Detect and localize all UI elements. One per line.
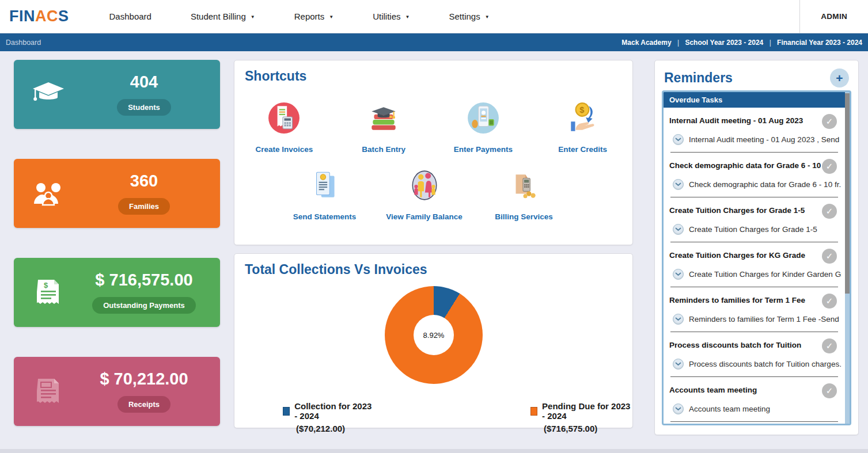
task-expand-chevron-icon[interactable] <box>673 179 684 190</box>
task-subtitle: Check demographic data for Grade 6 - 10 … <box>689 180 842 189</box>
overdue-tasks-box: Overdue Tasks Internal Audit meeting - 0… <box>662 90 851 425</box>
task-complete-check-icon[interactable]: ✓ <box>822 294 837 309</box>
shortcuts-panel: Shortcuts Create Invoices Batch Entry En… <box>234 60 633 245</box>
scrollbar-thumb[interactable] <box>845 93 850 294</box>
task-item: Internal Audit meeting - 14th Aug 2023 ✓ <box>664 422 845 424</box>
stat-card-receipts[interactable]: $ 70,212.00 Receipts <box>14 357 220 426</box>
stat-card-outstanding-payments[interactable]: $ $ 716,575.00 Outstanding Payments <box>14 258 220 327</box>
task-expand-chevron-icon[interactable] <box>673 224 684 235</box>
enter-payments-icon <box>467 101 500 137</box>
task-complete-check-icon[interactable]: ✓ <box>822 338 837 353</box>
task-subtitle: Accounts team meeting <box>689 405 770 413</box>
user-menu[interactable]: ADMIN <box>799 0 868 33</box>
graduation-cap-icon <box>14 81 83 108</box>
create-invoices-icon <box>267 101 301 137</box>
legend-swatch-collection <box>283 407 290 416</box>
nav-item-student-billing[interactable]: Student Billing▼ <box>191 12 255 21</box>
task-expand-chevron-icon[interactable] <box>673 359 684 370</box>
task-title: Accounts team meeting <box>669 383 757 394</box>
billing-services-icon <box>507 169 541 204</box>
svg-text:$: $ <box>44 281 48 290</box>
outstanding-badge[interactable]: Outstanding Payments <box>92 297 196 314</box>
batch-entry-icon <box>367 101 400 137</box>
financial-year: Financial Year 2023 - 2024 <box>777 39 862 47</box>
chart-legend: Collection for 2023 - 2024 ($70,212.00) … <box>234 401 632 433</box>
task-title: Create Tuition Charges for KG Grade <box>669 249 805 260</box>
add-reminder-button[interactable]: + <box>830 68 849 87</box>
task-item: Reminders to families for Term 1 Fee ✓ R… <box>664 287 845 332</box>
stat-card-families[interactable]: 360 Families <box>14 159 220 228</box>
shortcut-billing-services[interactable]: Billing Services <box>474 169 574 221</box>
students-badge[interactable]: Students <box>117 99 171 116</box>
legend-pending[interactable]: Pending Due for 2023 - 2024 ($716,575.00… <box>530 401 632 433</box>
legend-swatch-pending <box>530 407 537 416</box>
chevron-down-icon: ▼ <box>405 14 410 20</box>
legend-collection[interactable]: Collection for 2023 - 2024 ($70,212.00) <box>283 401 376 433</box>
task-expand-chevron-icon[interactable] <box>673 403 684 414</box>
nav-item-reports[interactable]: Reports▼ <box>294 12 333 21</box>
task-item: Process discounts batch for Tuition ✓ Pr… <box>664 332 845 377</box>
receipts-amount: $ 70,212.00 <box>100 370 188 389</box>
shortcut-create-invoices[interactable]: Create Invoices <box>234 101 334 154</box>
chevron-down-icon: ▼ <box>329 14 333 20</box>
shortcut-enter-payments[interactable]: Enter Payments <box>434 101 533 154</box>
shortcuts-title: Shortcuts <box>234 60 632 84</box>
task-expand-chevron-icon[interactable] <box>673 134 684 145</box>
task-subtitle: Internal Audit meeting - 01 Aug 2023 , S… <box>689 135 842 144</box>
task-item: Create Tuition Charges for Grade 1-5 ✓ C… <box>664 197 845 242</box>
task-complete-check-icon[interactable]: ✓ <box>822 159 837 174</box>
view-family-balance-icon <box>408 169 441 204</box>
task-item: Check demographic data for Grade 6 - 10 … <box>664 153 845 197</box>
svg-text:$: $ <box>579 105 584 115</box>
legend-amount-collection: ($70,212.00) <box>296 424 376 433</box>
task-subtitle: Reminders to families for Term 1 Fee -Se… <box>689 315 842 323</box>
students-count: 404 <box>130 73 158 92</box>
stat-card-students[interactable]: 404 Students <box>14 60 220 129</box>
task-complete-check-icon[interactable]: ✓ <box>822 249 837 264</box>
task-item: Create Tuition Charges for KG Grade ✓ Cr… <box>664 242 845 287</box>
collections-title: Total Collections Vs Invoices <box>234 254 632 277</box>
donut-chart[interactable]: 8.92% <box>385 286 483 384</box>
send-statements-icon <box>308 169 342 204</box>
shortcut-view-family-balance[interactable]: View Family Balance <box>374 169 474 221</box>
nav-item-utilities[interactable]: Utilities▼ <box>373 12 410 21</box>
task-title: Reminders to families for Term 1 Fee <box>669 294 805 304</box>
nav-item-settings[interactable]: Settings▼ <box>449 12 489 21</box>
scrollbar-track[interactable] <box>845 92 850 424</box>
task-list[interactable]: Internal Audit meeting - 01 Aug 2023 ✓ I… <box>664 108 845 424</box>
overdue-tasks-header: Overdue Tasks <box>664 92 850 108</box>
school-year: School Year 2023 - 2024 <box>685 39 763 47</box>
breadcrumb-bar: Dashboard Mack Academy | School Year 202… <box>0 33 868 51</box>
task-item: Internal Audit meeting - 01 Aug 2023 ✓ I… <box>664 108 845 153</box>
task-complete-check-icon[interactable]: ✓ <box>822 114 837 129</box>
school-name: Mack Academy <box>621 39 671 47</box>
task-item: Accounts team meeting ✓ Accounts team me… <box>664 377 845 422</box>
top-nav: FINACS Dashboard Student Billing▼ Report… <box>0 0 868 33</box>
shortcut-batch-entry[interactable]: Batch Entry <box>334 101 434 154</box>
shortcut-enter-credits[interactable]: $ Enter Credits <box>533 101 632 154</box>
task-subtitle: Process discounts batch for Tuition char… <box>689 360 842 368</box>
shortcut-send-statements[interactable]: Send Statements <box>275 169 374 221</box>
outstanding-amount: $ 716,575.00 <box>95 271 192 290</box>
context-info: Mack Academy | School Year 2023 - 2024 |… <box>621 39 862 47</box>
breadcrumb: Dashboard <box>6 39 41 47</box>
collections-panel: Total Collections Vs Invoices 8.92% Coll… <box>234 253 633 428</box>
receipt-icon <box>14 378 83 405</box>
chevron-down-icon: ▼ <box>485 14 490 20</box>
finacs-logo[interactable]: FINACS <box>9 7 69 25</box>
reminders-title: Reminders <box>664 70 733 86</box>
bottom-scrollbar[interactable] <box>0 449 868 453</box>
task-title: Internal Audit meeting - 01 Aug 2023 <box>669 114 803 125</box>
receipts-badge[interactable]: Receipts <box>117 396 170 413</box>
reminders-panel: Reminders + Overdue Tasks Internal Audit… <box>654 60 859 435</box>
chevron-down-icon: ▼ <box>251 14 255 20</box>
task-expand-chevron-icon[interactable] <box>673 314 684 325</box>
enter-credits-icon: $ <box>566 101 600 137</box>
invoice-icon: $ <box>14 279 83 306</box>
nav-item-dashboard[interactable]: Dashboard <box>109 12 151 21</box>
task-expand-chevron-icon[interactable] <box>673 269 684 280</box>
task-complete-check-icon[interactable]: ✓ <box>822 204 837 219</box>
task-title: Process discounts batch for Tuition <box>669 338 801 349</box>
task-complete-check-icon[interactable]: ✓ <box>822 383 837 398</box>
families-badge[interactable]: Families <box>118 198 170 215</box>
